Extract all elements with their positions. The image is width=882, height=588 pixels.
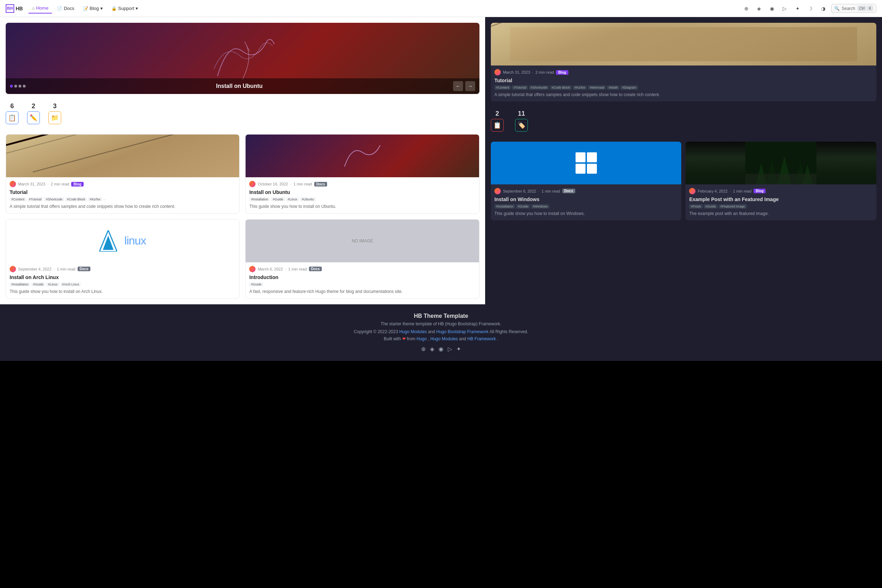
windows-logo — [576, 152, 597, 174]
card-intro-badge: Docs — [309, 267, 322, 271]
card-tutorial-badge: Blog — [71, 182, 83, 186]
stat-drafts: 2 ✏️ — [27, 102, 40, 124]
card-tutorial-date: March 31, 2023 — [18, 182, 45, 186]
card-windows-meta: September 6, 2022 · 1 min read Docs — [494, 188, 678, 194]
mastodon-icon[interactable]: ◉ — [767, 3, 777, 14]
footer-built-with: Built with ❤ from Hugo , Hugo Modules an… — [9, 336, 873, 341]
contrast-icon[interactable]: ◑ — [818, 3, 828, 14]
card-featured-image-post[interactable]: February 4, 2022 · 1 min read Blog Examp… — [686, 142, 876, 220]
footer-patreon-icon[interactable]: ▷ — [448, 346, 452, 352]
card-arch-meta: September 4, 2022 · 1 min read Docs — [10, 266, 236, 272]
featured-card-meta: March 31, 2023 · 2 min read Blog — [494, 69, 873, 75]
card-windows-badge: Docs — [562, 189, 575, 193]
card-tutorial-title: Tutorial — [10, 189, 236, 195]
footer-discord-icon[interactable]: ◈ — [430, 346, 434, 352]
card-ubuntu-avatar — [249, 181, 255, 187]
search-kbd: Ctrl K — [858, 6, 873, 11]
featured-card-read: 2 min read — [536, 70, 554, 74]
footer-hugo-modules-link[interactable]: Hugo Modules — [399, 329, 427, 334]
ubuntu-snake-svg — [341, 142, 384, 170]
hero-dot-2[interactable] — [14, 85, 17, 87]
footer-subtitle-text: The starter theme template of HB (Hugo B… — [381, 321, 501, 326]
support-icon: 🔒 — [111, 6, 117, 11]
card-intro-desc: A fast, responsive and feature-rich Hugo… — [249, 289, 475, 295]
card-install-windows[interactable]: September 6, 2022 · 1 min read Docs Inst… — [491, 142, 682, 220]
brand-icon: B|H — [6, 4, 14, 13]
hero-prev-btn[interactable]: ← — [453, 81, 463, 91]
nav-docs[interactable]: 📄 Docs — [53, 3, 78, 13]
hero-title: Install on Ubuntu — [216, 83, 262, 89]
card-ubuntu-desc: This guide show you how to install on Ub… — [249, 204, 475, 210]
github-icon[interactable]: ⊕ — [741, 3, 752, 14]
card-introduction[interactable]: NO IMAGE March 6, 2022 · 1 min read Docs… — [245, 219, 479, 298]
footer-mastodon-icon[interactable]: ◉ — [438, 346, 444, 352]
footer-github-icon[interactable]: ⊕ — [421, 346, 426, 352]
linux-text: linux — [124, 234, 146, 248]
svg-rect-8 — [746, 174, 816, 184]
card-intro-body: March 6, 2022 · 1 min read Docs Introduc… — [246, 262, 479, 298]
card-intro-title: Introduction — [249, 274, 475, 280]
main-content: Install on Ubuntu ← → 6 📋 2 ✏️ 3 📁 — [0, 17, 882, 304]
featured-card-image — [491, 23, 876, 66]
featured-card-desc: A simple tutorial that offers samples an… — [494, 92, 873, 98]
stat-drafts-icon[interactable]: ✏️ — [27, 111, 40, 124]
brand-logo[interactable]: B|H HB — [6, 4, 23, 13]
card-ubuntu-image — [246, 135, 479, 177]
card-forest-title: Example Post with an Featured Image — [689, 196, 873, 202]
card-install-ubuntu[interactable]: October 16, 2022 · 1 min read Docs Insta… — [245, 134, 479, 213]
card-tutorial[interactable]: March 31, 2023 · 2 min read Blog Tutoria… — [6, 134, 240, 213]
hero-dot-4[interactable] — [23, 85, 26, 87]
stat-right-tags-icon[interactable]: 🏷️ — [515, 119, 528, 132]
ctrl-key: Ctrl — [858, 6, 867, 11]
featured-card-body: March 31, 2023 · 2 min read Blog Tutoria… — [491, 66, 876, 102]
nav-home[interactable]: ⌂ Home — [28, 3, 52, 14]
card-tutorial-readtime: 2 min read — [51, 182, 69, 186]
footer-hugo-link[interactable]: Hugo — [417, 336, 427, 341]
card-ubuntu-title: Install on Ubuntu — [249, 189, 475, 195]
win-quad-4 — [587, 164, 597, 174]
search-box[interactable]: 🔍 Search Ctrl K — [831, 4, 876, 13]
footer-hugo-modules-link-2[interactable]: Hugo Modules — [430, 336, 458, 341]
card-forest-date: February 4, 2022 — [698, 189, 728, 193]
stat-categories-icon[interactable]: 📁 — [48, 111, 61, 124]
footer-hugo-bootstrap-link[interactable]: Hugo Bootstrap Framework — [436, 329, 489, 334]
nav-support[interactable]: 🔒 Support ▾ — [108, 3, 142, 13]
featured-card-title: Tutorial — [494, 78, 873, 83]
stat-right-posts-icon[interactable]: 📋 — [491, 119, 504, 132]
card-windows-image — [491, 142, 682, 184]
card-arch-read: 1 min read — [57, 267, 75, 271]
card-windows-title: Install on Windows — [494, 196, 678, 202]
footer-twitter-icon[interactable]: ✦ — [456, 346, 461, 352]
card-ubuntu-read: 1 min read — [294, 182, 312, 186]
footer: HB Theme Template The starter theme temp… — [0, 304, 882, 361]
stat-posts-icon[interactable]: 📋 — [6, 111, 18, 124]
chevron-down-icon-support: ▾ — [136, 6, 138, 11]
hero-dot-3[interactable] — [18, 85, 21, 87]
twitter-icon[interactable]: ✦ — [793, 3, 802, 14]
forest-svg — [686, 142, 876, 184]
footer-hb-framework-link[interactable]: HB Framework — [467, 336, 496, 341]
card-windows-read: 1 min read — [542, 189, 560, 193]
card-windows-desc: This guide show you how to install on Wi… — [494, 211, 678, 217]
hero-controls: ← → — [453, 81, 475, 91]
moon-icon[interactable]: ☽ — [806, 3, 816, 14]
card-intro-read: 1 min read — [288, 267, 307, 271]
card-tutorial-tags: #Content #Tutorial #Shortcode #Code Bloc… — [10, 197, 236, 201]
patreon-icon[interactable]: ▷ — [780, 3, 790, 14]
card-arch-avatar — [10, 266, 16, 272]
hero-dot-1[interactable] — [10, 85, 13, 87]
card-install-arch[interactable]: linux September 4, 2022 · 1 min read Doc… — [6, 219, 240, 298]
discord-icon[interactable]: ◈ — [754, 3, 764, 14]
featured-card-right[interactable]: March 31, 2023 · 2 min read Blog Tutoria… — [491, 23, 876, 102]
hero-next-btn[interactable]: → — [465, 81, 475, 91]
featured-card-badge: Blog — [556, 70, 568, 75]
chevron-down-icon: ▾ — [100, 6, 103, 11]
stat-categories-number: 3 — [53, 102, 57, 110]
search-icon: 🔍 — [834, 6, 840, 11]
nav-blog[interactable]: 📝 Blog ▾ — [80, 3, 106, 13]
card-ubuntu-body: October 16, 2022 · 1 min read Docs Insta… — [246, 177, 479, 213]
stats-row-left: 6 📋 2 ✏️ 3 📁 — [6, 100, 480, 127]
search-label: Search — [842, 6, 855, 11]
win-quad-2 — [587, 152, 597, 162]
card-arch-image: linux — [6, 220, 239, 262]
